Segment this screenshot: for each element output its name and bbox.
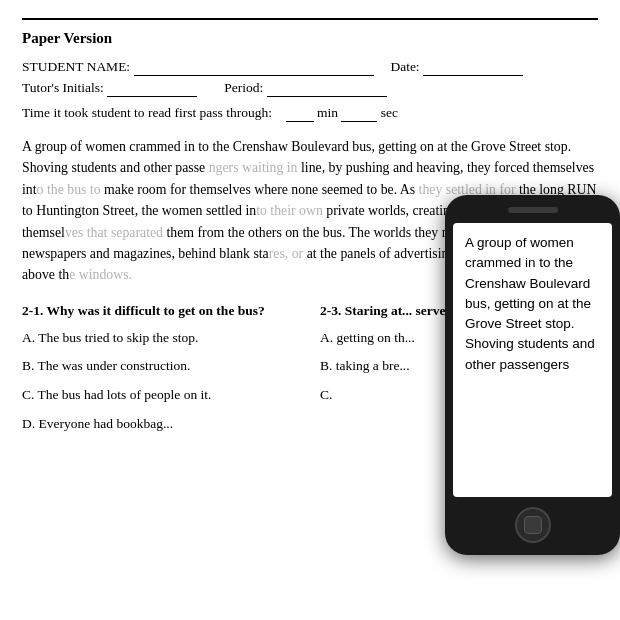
- q1-answer-b: B. The was under construction.: [22, 357, 300, 376]
- q1-answer-c: C. The bus had lots of people on it.: [22, 386, 300, 405]
- phone-home-inner: [524, 516, 542, 534]
- time-line: Time it took student to read first pass …: [22, 105, 598, 122]
- phone-screen: A group of women crammed in to the Crens…: [453, 223, 612, 497]
- q1-answer-d: D. Everyone had bookbag...: [22, 415, 300, 434]
- tutor-initials-field[interactable]: [107, 80, 197, 97]
- period-label: Period:: [224, 80, 263, 96]
- paper-title: Paper Version: [22, 30, 598, 47]
- phone-home-button[interactable]: [515, 507, 551, 543]
- q1-title: 2-1. Why was it difficult to get on the …: [22, 302, 300, 321]
- top-border: [22, 18, 598, 20]
- min-field[interactable]: [286, 105, 314, 122]
- phone-speaker: [508, 207, 558, 213]
- student-name-field[interactable]: [134, 59, 374, 76]
- phone-screen-text: A group of women crammed in to the Crens…: [465, 235, 595, 372]
- period-field[interactable]: [267, 80, 387, 97]
- date-label: Date:: [390, 59, 419, 75]
- sec-field[interactable]: [341, 105, 377, 122]
- q1-answer-a: A. The bus tried to skip the stop.: [22, 329, 300, 348]
- page-container: Paper Version STUDENT NAME: Date: Tutor'…: [0, 0, 620, 620]
- phone-device: A group of women crammed in to the Crens…: [445, 195, 620, 555]
- tutor-label: Tutor's Initials:: [22, 80, 104, 96]
- date-field[interactable]: [423, 59, 523, 76]
- student-label: STUDENT NAME:: [22, 59, 130, 75]
- student-line-1: STUDENT NAME: Date:: [22, 59, 598, 76]
- question-col-1: 2-1. Why was it difficult to get on the …: [22, 302, 300, 444]
- student-line-2: Tutor's Initials: Period:: [22, 80, 598, 97]
